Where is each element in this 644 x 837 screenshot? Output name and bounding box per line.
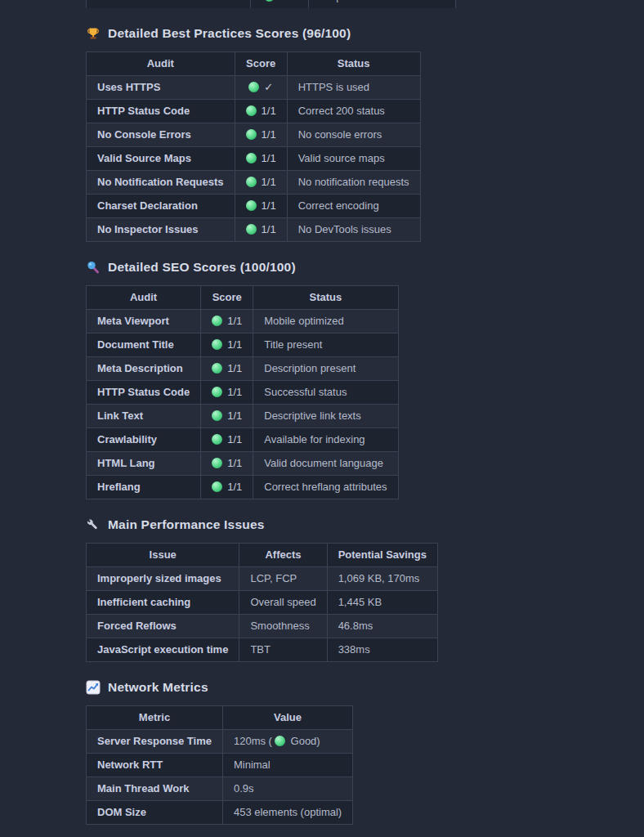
- score-value: ✓: [264, 81, 273, 93]
- table-row: Uses HTTPS ✓ HTTPS is used: [87, 76, 421, 100]
- issue-cell: Forced Reflows: [87, 615, 239, 638]
- table-row: Meta Viewport 1/1 Mobile optimized: [87, 310, 399, 333]
- score-cell: 1/1: [235, 100, 287, 123]
- score-value: 1/1: [227, 457, 242, 469]
- best-practices-table: Audit Score Status Uses HTTPS ✓ HTTPS is…: [86, 51, 421, 242]
- column-header: Score: [201, 286, 253, 310]
- audit-cell: No Inspector Issues: [87, 218, 235, 242]
- audit-cell: HTTP Status Code: [87, 381, 201, 405]
- table-row: HTTP Status Code 1/1 Correct 200 status: [87, 100, 421, 123]
- score-cell: ✓: [235, 76, 287, 100]
- table-row: Main Thread Work 0.9s: [87, 777, 353, 801]
- issue-cell: Inefficient caching: [87, 591, 239, 615]
- column-header: Issue: [87, 544, 239, 567]
- table-row: Forced Reflows Smoothness 46.8ms: [87, 615, 438, 638]
- table-row: HTTP Status Code 1/1 Successful status: [87, 381, 399, 405]
- audit-cell: Valid Source Maps: [87, 147, 235, 171]
- green-circle-icon: [212, 410, 222, 421]
- wrench-icon: [86, 517, 101, 532]
- column-header: Affects: [239, 544, 327, 567]
- green-circle-icon: [275, 736, 285, 746]
- table-header-row: Audit Score Status: [87, 286, 399, 310]
- table-row: Valid Source Maps 1/1 Valid source maps: [87, 147, 421, 171]
- score-cell: 1/1: [235, 147, 287, 171]
- clipped-previous-table: List Items 1/1 Proper list structure: [86, 0, 644, 8]
- status-cell: HTTPS is used: [287, 76, 420, 100]
- green-circle-icon: [248, 82, 259, 92]
- status-cell: Mobile optimized: [253, 310, 398, 333]
- table-row: JavaScript execution time TBT 338ms: [87, 638, 438, 662]
- value-text: Good): [288, 735, 320, 747]
- green-circle-icon: [212, 481, 222, 492]
- section-heading-performance: Main Performance Issues: [86, 516, 644, 533]
- audit-cell: Document Title: [87, 333, 201, 357]
- score-value: 1/1: [262, 223, 276, 235]
- score-cell: 1/1: [201, 333, 253, 357]
- table-row: Network RTT Minimal: [87, 754, 353, 777]
- green-circle-icon: [212, 434, 222, 445]
- green-circle-icon: [246, 105, 257, 116]
- status-cell: Successful status: [253, 381, 398, 405]
- score-cell: 1/1: [235, 123, 287, 147]
- affects-cell: TBT: [239, 638, 327, 662]
- audit-cell: Meta Description: [87, 357, 201, 381]
- green-circle-icon: [212, 339, 222, 350]
- metric-cell: Main Thread Work: [87, 777, 223, 801]
- network-metrics-table: Metric Value Server Response Time 120ms …: [86, 705, 353, 825]
- section-heading-best-practices: Detailed Best Practices Scores (96/100): [86, 25, 644, 42]
- column-header: Status: [253, 286, 398, 310]
- score-cell: 1/1: [201, 357, 253, 381]
- score-value: 1/1: [262, 176, 276, 188]
- seo-table: Audit Score Status Meta Viewport 1/1 Mob…: [86, 285, 399, 499]
- status-cell: No console errors: [287, 123, 420, 147]
- section-title: Detailed Best Practices Scores (96/100): [108, 25, 351, 42]
- value-text: 120ms (: [234, 735, 272, 747]
- score-value: 1/1: [227, 481, 242, 493]
- magnifier-icon: [86, 260, 101, 275]
- affects-cell: Smoothness: [239, 615, 327, 638]
- section-title: Network Metrics: [108, 678, 208, 696]
- column-header: Value: [222, 706, 352, 730]
- table-row: No Console Errors 1/1 No console errors: [87, 123, 421, 147]
- score-cell: 1/1: [201, 310, 253, 333]
- affects-cell: LCP, FCP: [239, 567, 327, 591]
- table-row: Charset Declaration 1/1 Correct encoding: [87, 195, 421, 218]
- green-circle-icon: [212, 363, 222, 374]
- green-circle-icon: [246, 153, 257, 163]
- status-cell: Correct 200 status: [287, 100, 420, 123]
- table-row: HTML Lang 1/1 Valid document language: [87, 452, 399, 476]
- score-cell: 1/1: [201, 476, 253, 499]
- table-header-row: Metric Value: [87, 706, 353, 730]
- issue-cell: Improperly sized images: [87, 567, 239, 591]
- table-row: Server Response Time 120ms ( Good): [87, 730, 353, 754]
- score-value: 1/1: [227, 410, 242, 422]
- green-circle-icon: [212, 458, 222, 468]
- score-value: 1/1: [227, 315, 242, 327]
- savings-cell: 338ms: [327, 638, 437, 662]
- status-cell: Description present: [253, 357, 398, 381]
- audit-cell: No Notification Requests: [87, 171, 235, 195]
- metric-cell: Server Response Time: [87, 730, 223, 754]
- value-cell: 0.9s: [222, 777, 352, 801]
- audit-cell: Meta Viewport: [87, 310, 201, 333]
- green-circle-icon: [212, 387, 222, 397]
- value-cell: 120ms ( Good): [222, 730, 352, 754]
- section-title: Detailed SEO Scores (100/100): [108, 258, 296, 275]
- table-row: Document Title 1/1 Title present: [87, 333, 399, 357]
- score-value: 1/1: [227, 386, 242, 398]
- column-header: Audit: [87, 286, 201, 310]
- green-circle-icon: [246, 200, 257, 211]
- column-header: Audit: [87, 52, 235, 76]
- score-cell: 1/1: [201, 381, 253, 405]
- column-header: Status: [287, 52, 420, 76]
- section-heading-network: Network Metrics: [86, 678, 644, 696]
- green-circle-icon: [264, 0, 275, 2]
- audit-cell: Link Text: [87, 405, 201, 428]
- status-cell: Available for indexing: [253, 428, 398, 452]
- table-header-row: Audit Score Status: [87, 52, 421, 76]
- table-row: No Inspector Issues 1/1 No DevTools issu…: [87, 218, 421, 242]
- savings-cell: 46.8ms: [327, 615, 437, 638]
- audit-cell: HTML Lang: [87, 452, 201, 476]
- affects-cell: Overall speed: [239, 591, 327, 615]
- value-cell: Minimal: [222, 754, 352, 777]
